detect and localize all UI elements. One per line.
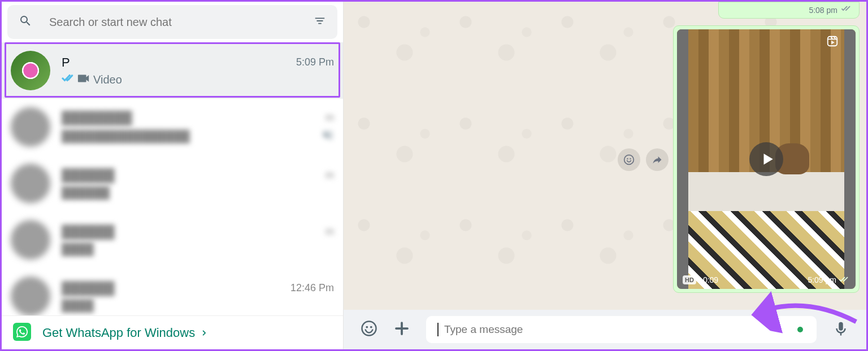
svg-rect-0	[13, 323, 31, 341]
react-button[interactable]	[618, 148, 640, 171]
search-bar[interactable]	[7, 5, 337, 39]
video-message[interactable]: HD 0:09 5:09 pm	[673, 25, 860, 293]
play-button[interactable]	[749, 142, 783, 176]
message-hover-actions	[618, 148, 669, 171]
chat-item[interactable]: ██████m ██████	[2, 155, 343, 212]
svg-point-3	[630, 158, 631, 159]
avatar	[11, 277, 50, 315]
svg-point-6	[366, 326, 368, 328]
message-time: 5:08 pm	[809, 6, 837, 15]
chat-item[interactable]: ██████m ████	[2, 212, 343, 268]
hd-badge: HD	[683, 275, 696, 284]
avatar	[11, 220, 50, 260]
emoji-icon[interactable]	[361, 320, 377, 339]
message-input[interactable]	[444, 323, 792, 336]
video-duration: 0:09	[703, 275, 718, 284]
search-input[interactable]	[49, 16, 297, 29]
svg-point-1	[624, 155, 634, 165]
chat-item[interactable]: ████████m ████████████████	[2, 99, 343, 155]
avatar	[11, 164, 50, 203]
get-app-text: Get WhatsApp for Windows	[42, 326, 195, 340]
text-caret	[437, 323, 439, 336]
avatar	[11, 107, 50, 147]
chat-item-selected[interactable]: P 5:09 Pm Video	[2, 42, 343, 99]
chat-name: P	[62, 55, 70, 70]
svg-rect-4	[828, 37, 837, 46]
reel-icon	[826, 35, 839, 50]
svg-point-2	[627, 158, 628, 159]
chat-item[interactable]: ██████12:46 Pm ████	[2, 268, 343, 315]
video-icon	[77, 73, 90, 86]
chat-sidebar: P 5:09 Pm Video	[2, 2, 344, 349]
prev-message-tail[interactable]: 5:08 pm	[718, 2, 860, 19]
svg-point-7	[370, 326, 372, 328]
forward-button[interactable]	[646, 148, 669, 171]
video-thumbnail[interactable]: HD 0:09 5:09 pm	[677, 29, 856, 289]
read-receipt-icon	[841, 5, 852, 15]
muted-icon	[322, 129, 334, 144]
chat-list: P 5:09 Pm Video	[2, 42, 343, 315]
read-receipt-icon	[62, 73, 74, 86]
whatsapp-logo-icon	[13, 323, 31, 343]
chat-preview: Video	[93, 73, 122, 86]
get-desktop-app[interactable]: Get WhatsApp for Windows	[2, 315, 343, 349]
avatar	[11, 51, 50, 90]
chat-time: 5:09 Pm	[296, 56, 334, 68]
chevron-right-icon	[201, 329, 209, 337]
read-receipt-icon	[839, 276, 850, 284]
search-icon	[19, 14, 32, 30]
attach-icon[interactable]	[393, 320, 410, 339]
conversation-panel: 5:08 pm	[344, 2, 866, 349]
filter-icon[interactable]	[314, 15, 326, 29]
chat-time: 12:46 Pm	[290, 282, 334, 294]
